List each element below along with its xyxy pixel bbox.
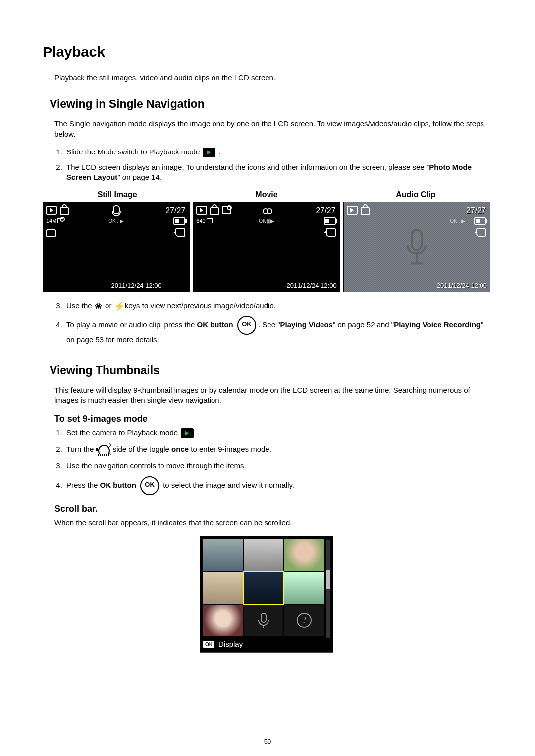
- loop-icon: [263, 208, 270, 213]
- printer-icon: [46, 229, 56, 237]
- memory-icon: [326, 228, 336, 237]
- s2s3: Use the navigation controls to move thro…: [64, 461, 490, 471]
- section1-steps: Slide the Mode switch to Playback mode .…: [64, 147, 490, 183]
- memory-icon: [476, 228, 486, 237]
- lcd-movie: 27/27 OK▦▶ 640 2011/12/24 12:00: [193, 202, 340, 292]
- key-icon: [222, 206, 231, 214]
- svg-rect-0: [412, 230, 422, 250]
- header-audio-clip: Audio Clip: [341, 189, 490, 200]
- thumb-cell: [244, 539, 283, 571]
- timestamp: 2011/12/24 12:00: [437, 281, 487, 290]
- header-movie: Movie: [192, 189, 341, 200]
- section2-sub1-steps: Set the camera to Playback mode . Turn t…: [64, 428, 490, 495]
- ok-hint: OK : ▶: [450, 217, 465, 225]
- scrollbar-icon: [326, 540, 330, 638]
- timestamp: 2011/12/24 12:00: [111, 281, 161, 290]
- battery-icon: [474, 217, 486, 225]
- section-heading-thumbnails: Viewing Thumbnails: [50, 363, 490, 378]
- play-icon: [196, 206, 207, 215]
- section2-body: This feature will display 9-thumbnail im…: [54, 385, 490, 405]
- thumb-cell-unknown: ?: [284, 605, 324, 636]
- page-number: 50: [264, 737, 271, 746]
- scrollbar-body: When the scroll bar appears, it indicate…: [54, 518, 490, 528]
- frame-icon: [207, 218, 213, 223]
- lcd-still-image: 27/27 OK : ▶ 14M 2011/12/24 12:00: [43, 202, 190, 292]
- step-4: To play a movie or audio clip, press the…: [64, 316, 490, 345]
- thumb-cell-audio: [244, 605, 283, 636]
- ok-play-hint: OK▦▶: [259, 217, 274, 225]
- thumb-cell: [284, 572, 324, 604]
- thumbnail-figure: ? OK Display: [200, 536, 333, 653]
- intro-text: Playback the still images, video and aud…: [54, 73, 490, 83]
- section1-body: The Single navigation mode displays the …: [54, 119, 490, 139]
- header-still-image: Still Image: [43, 189, 192, 200]
- thumb-cell: [203, 539, 243, 571]
- mic-icon: [113, 205, 120, 214]
- subheading-scrollbar: Scroll bar.: [54, 503, 490, 515]
- s2s4: Press the OK button OK to select the ima…: [64, 476, 490, 495]
- flower-nav-icon: ❀: [94, 302, 103, 311]
- frame-icon: [57, 218, 63, 223]
- ok-hint: OK : ▶: [108, 217, 124, 225]
- thumb-cell: [284, 539, 324, 571]
- play-icon: [347, 206, 358, 215]
- playback-mode-icon: [203, 148, 215, 157]
- page-title: Playback: [43, 43, 490, 62]
- zoom-toggle-icon: [96, 443, 110, 456]
- step-1: Slide the Mode switch to Playback mode .: [64, 147, 490, 157]
- counter-text: 27/27: [316, 205, 336, 216]
- battery-icon: [324, 217, 336, 225]
- resolution-label: 640: [196, 217, 205, 225]
- play-icon: [46, 206, 57, 215]
- counter-text: 27/27: [466, 205, 486, 216]
- lcd-screens-row: 27/27 OK : ▶ 14M 2011/12/24 12:00 27/27 …: [43, 202, 490, 292]
- battery-icon: [173, 217, 185, 225]
- screen-headers: Still Image Movie Audio Clip: [43, 189, 490, 200]
- s2s1: Set the camera to Playback mode .: [64, 428, 490, 438]
- section-heading-single-nav: Viewing in Single Navigation: [50, 97, 490, 112]
- section1-steps-continued: Use the ❀ or ⚡ keys to view next/previou…: [64, 301, 490, 345]
- memory-icon: [175, 228, 185, 237]
- step-2: The LCD screen displays an image. To und…: [64, 162, 490, 183]
- display-label: Display: [218, 639, 243, 649]
- ok-button-icon: OK: [140, 476, 159, 495]
- big-mic-icon: [403, 228, 430, 270]
- resolution-label: 14M: [46, 217, 56, 225]
- s2s2: Turn the side of the toggle once to ente…: [64, 443, 490, 456]
- thumb-cell: [203, 605, 243, 636]
- timestamp: 2011/12/24 12:00: [286, 281, 336, 290]
- ok-badge: OK: [203, 641, 214, 649]
- lock-icon: [361, 207, 370, 215]
- ok-button-icon: OK: [237, 316, 256, 335]
- thumb-cell-selected: [244, 572, 283, 604]
- step-3: Use the ❀ or ⚡ keys to view next/previou…: [64, 301, 490, 311]
- thumb-cell: [203, 572, 243, 604]
- subheading-9-images: To set 9-images mode: [54, 413, 490, 425]
- playback-mode-icon: [181, 428, 194, 438]
- lock-icon: [60, 207, 69, 215]
- svg-rect-3: [261, 613, 266, 622]
- svg-text:?: ?: [302, 615, 306, 625]
- lock-icon: [210, 207, 219, 215]
- flash-nav-icon: ⚡: [114, 302, 123, 311]
- counter-text: 27/27: [165, 205, 185, 216]
- lcd-audio-clip: 27/27 OK : ▶ 2011/12/24 12:00: [343, 202, 490, 292]
